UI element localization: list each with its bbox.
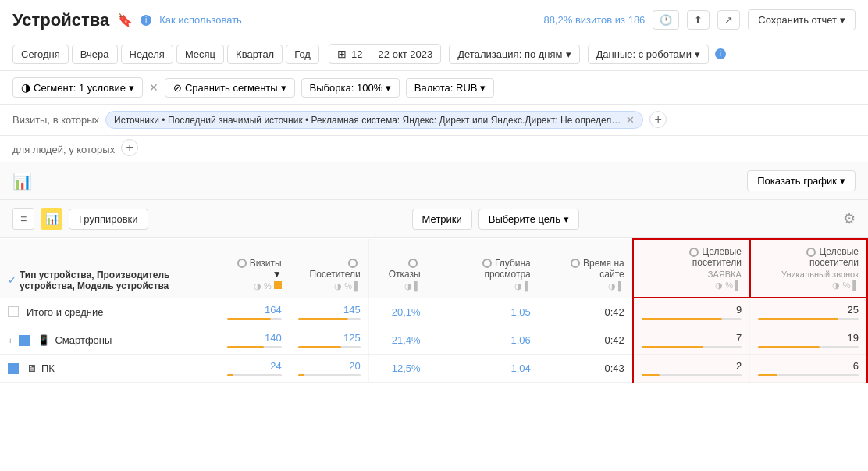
col-dimension: ✓ Тип устройства, Производитель устройст… xyxy=(0,239,219,298)
groupings-button[interactable]: Группировки xyxy=(69,209,148,230)
bar-icon6[interactable]: ▌ xyxy=(735,280,742,291)
bar-icon4[interactable]: ▌ xyxy=(525,281,531,291)
chevron-down-icon: ▾ xyxy=(480,82,486,94)
depth-cell: 1,05 xyxy=(429,298,539,326)
visitors-cell: 20 xyxy=(290,355,368,383)
bar-icon2[interactable]: ▌ xyxy=(354,281,361,291)
info-icon[interactable]: i xyxy=(141,15,151,26)
period-month[interactable]: Месяц xyxy=(176,45,224,64)
data-info-icon[interactable]: i xyxy=(715,48,726,59)
bar-icon5[interactable]: ▌ xyxy=(618,281,624,291)
detail-button[interactable]: Детализация: по дням ▾ xyxy=(449,45,579,64)
visits-cell: 140 xyxy=(219,326,290,355)
col-bounces: Отказы ◑ ▌ xyxy=(368,239,429,298)
list-view-button[interactable]: ≡ xyxy=(12,208,34,230)
row-label: Смартфоны xyxy=(55,334,112,346)
sample-button[interactable]: Выборка: 100% ▾ xyxy=(301,78,400,98)
chevron-down-icon: ▾ xyxy=(695,48,700,60)
period-quarter[interactable]: Квартал xyxy=(227,45,283,64)
bar-icon[interactable] xyxy=(274,281,282,289)
goal2-cell: 19 xyxy=(750,326,867,355)
add-condition-button[interactable]: + xyxy=(649,111,667,128)
table-toolbar: ≡ 📊 Группировки Метрики Выберите цель ▾ … xyxy=(0,200,868,238)
col-goal2: Целевые посетители Уникальный звонок ◑ %… xyxy=(750,239,867,298)
time-cell: 0:43 xyxy=(539,355,632,383)
chart-area: 📊 Показать график ▾ xyxy=(0,162,868,200)
add-people-condition-button[interactable]: + xyxy=(121,139,138,156)
period-today[interactable]: Сегодня xyxy=(12,45,69,64)
goal-button[interactable]: Выберите цель ▾ xyxy=(478,209,579,230)
pie-icon5[interactable]: ◑ xyxy=(608,281,616,291)
checkbox[interactable] xyxy=(8,306,19,317)
period-week[interactable]: Неделя xyxy=(121,45,173,64)
goal1-cell: 9 xyxy=(633,298,750,326)
export-button[interactable]: ⬆ xyxy=(687,10,710,30)
period-year[interactable]: Год xyxy=(286,45,319,64)
page-header: Устройства 🔖 i Как использовать 88,2% ви… xyxy=(0,0,868,238)
segment-filter-bar: Визиты, в которых Источники • Последний … xyxy=(0,105,868,136)
compare-button[interactable]: ⊘ Сравнить сегменты ▾ xyxy=(165,78,295,98)
col-depth: Глубина просмотра ◑ ▌ xyxy=(429,239,539,298)
table-row: 🖥 ПК 24 20 12,5% 1,04 0:43 2 6 xyxy=(0,355,867,383)
currency-button[interactable]: Валюта: RUB ▾ xyxy=(406,78,494,98)
pie-icon2[interactable]: ◑ xyxy=(334,281,342,291)
checkbox[interactable] xyxy=(19,335,30,346)
pie-icon6[interactable]: ◑ xyxy=(715,280,723,291)
col-time: Время на сайте ◑ ▌ xyxy=(539,239,632,298)
bar-icon7[interactable]: ▌ xyxy=(852,280,859,291)
time-cell: 0:42 xyxy=(539,326,632,355)
chevron-down-icon: ▾ xyxy=(566,48,571,60)
date-range-picker[interactable]: ⊞ 12 — 22 окт 2023 xyxy=(329,44,441,64)
page-title: Устройства xyxy=(12,10,109,30)
settings-button[interactable]: ⚙ xyxy=(843,210,856,227)
chevron-down-icon: ▾ xyxy=(129,82,134,94)
pie-icon[interactable]: ◑ xyxy=(254,281,261,291)
chevron-down-icon: ▾ xyxy=(564,213,569,225)
filter-tag-close[interactable]: ✕ xyxy=(626,114,635,126)
row-name-cell: 🖥 ПК xyxy=(0,355,219,383)
segment-clear-button[interactable]: ✕ xyxy=(149,81,158,94)
visitors-cell: 145 xyxy=(290,298,368,326)
pct-icon2[interactable]: % xyxy=(344,281,352,291)
chevron-down-icon: ▾ xyxy=(281,82,286,94)
how-to-use-link[interactable]: Как использовать xyxy=(159,14,242,26)
share-button[interactable]: ↗ xyxy=(717,10,740,30)
row-name-cell: + 📱 Смартфоны xyxy=(0,326,219,355)
visits-cell: 164 xyxy=(219,298,290,326)
pct-icon6[interactable]: % xyxy=(725,280,733,291)
visits-cell: 24 xyxy=(219,355,290,383)
pct-icon[interactable]: % xyxy=(264,281,272,291)
col-visitors: Посетители ◑ % ▌ xyxy=(290,239,368,298)
segment-button[interactable]: ◑ Сегмент: 1 условие ▾ xyxy=(12,77,143,98)
save-report-button[interactable]: Сохранить отчет ▾ xyxy=(748,9,856,30)
visits-label: Визиты, в которых xyxy=(12,111,99,126)
pct-icon7[interactable]: % xyxy=(842,280,850,291)
table-row: + 📱 Смартфоны 140 125 21,4% 1,06 0:42 7 xyxy=(0,326,867,355)
expand-icon[interactable]: + xyxy=(8,336,12,345)
bookmark-icon[interactable]: 🔖 xyxy=(117,12,133,27)
goal1-cell: 7 xyxy=(633,326,750,355)
goal1-cell: 2 xyxy=(633,355,750,383)
period-toolbar: Сегодня Вчера Неделя Месяц Квартал Год ⊞… xyxy=(0,37,868,71)
data-button[interactable]: Данные: с роботами ▾ xyxy=(588,45,709,64)
chart-view-button[interactable]: 📊 xyxy=(41,208,62,230)
bounces-cell: 12,5% xyxy=(368,355,429,383)
goal2-cell: 6 xyxy=(750,355,867,383)
row-label: Итого и средние xyxy=(27,306,103,318)
chart-icon: 📊 xyxy=(12,172,32,191)
pie-icon4[interactable]: ◑ xyxy=(514,281,522,291)
chevron-down-icon: ▾ xyxy=(840,175,845,187)
pie-icon7[interactable]: ◑ xyxy=(832,280,840,291)
people-filter-bar: для людей, у которых + xyxy=(0,136,868,162)
people-label: для людей, у которых xyxy=(12,141,115,155)
device-icon: 🖥 xyxy=(27,362,37,374)
data-table: ✓ Тип устройства, Производитель устройст… xyxy=(0,238,868,383)
pie-icon3[interactable]: ◑ xyxy=(404,281,412,291)
checkbox[interactable] xyxy=(8,363,19,374)
col-visits: Визиты ▼ ◑ % xyxy=(219,239,290,298)
history-button[interactable]: 🕐 xyxy=(653,10,679,30)
metrics-button[interactable]: Метрики xyxy=(412,209,472,230)
period-yesterday[interactable]: Вчера xyxy=(72,45,118,64)
show-chart-button[interactable]: Показать график ▾ xyxy=(747,170,856,191)
bar-icon3[interactable]: ▌ xyxy=(414,281,421,291)
